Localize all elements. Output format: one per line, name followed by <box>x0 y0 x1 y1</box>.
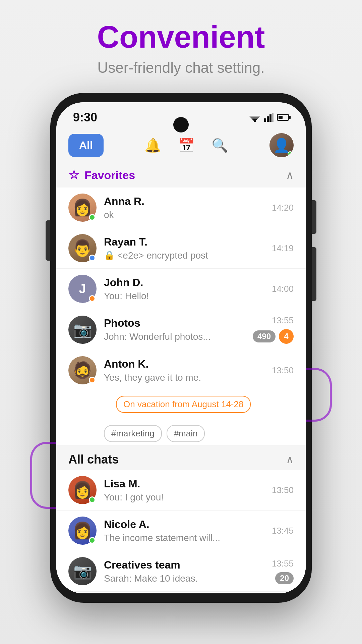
svg-rect-4 <box>264 118 266 122</box>
chat-meta-rayan: 14:19 <box>272 243 294 254</box>
status-icons <box>249 113 289 122</box>
online-indicator-rayan <box>89 255 96 261</box>
online-indicator-lisa <box>89 496 96 503</box>
power-button <box>312 200 316 234</box>
avatar-wrap-rayan: 👨 <box>68 234 97 262</box>
chat-meta-creatives: 13:55 20 <box>272 558 294 584</box>
chat-name-photos: Photos <box>104 317 245 329</box>
favorites-title: ☆ Favorites <box>68 168 135 182</box>
chat-name-anna: Anna R. <box>104 195 264 208</box>
chat-info-nicole: Nicole A. The income statement will... <box>104 518 264 543</box>
avatar-wrap-photos: 📷 <box>68 316 97 344</box>
favorites-collapse-icon[interactable]: ∧ <box>286 169 294 181</box>
chat-item-lisa[interactable]: 👩 Lisa M. You: I got you! 13:50 <box>56 470 306 511</box>
all-chats-section-header: All chats ∧ <box>56 446 306 470</box>
chat-time-anton: 13:50 <box>272 365 294 376</box>
online-indicator-anton <box>89 377 96 383</box>
chat-time-creatives: 13:55 <box>272 558 294 569</box>
avatar-wrap-lisa: 👩 <box>68 476 97 504</box>
page-title: Convenient <box>97 20 265 54</box>
chat-preview-nicole: The income statement will... <box>104 533 264 543</box>
chat-info-john: John D. You: Hello! <box>104 276 264 302</box>
volume-button <box>46 220 50 261</box>
chat-time-john: 14:00 <box>272 284 294 294</box>
avatar-wrap-creatives: 📷 <box>68 557 97 585</box>
chat-meta-john: 14:00 <box>272 284 294 294</box>
avatar-wrap-john: J <box>68 275 97 303</box>
chat-info-lisa: Lisa M. You: I got you! <box>104 478 264 503</box>
chat-meta-anna: 14:20 <box>272 203 294 213</box>
svg-rect-7 <box>272 113 274 122</box>
chat-name-john: John D. <box>104 276 264 289</box>
chat-item-working[interactable]: 🏙️ Working Anna: @Karla_bernard 13:55 1 <box>56 592 306 593</box>
hashtag-main[interactable]: #main <box>167 425 205 442</box>
chat-preview-anna: ok <box>104 210 264 220</box>
lock-icon: 🔒 <box>104 250 115 261</box>
battery-icon <box>277 114 289 121</box>
badge-photos-count: 490 <box>253 330 276 342</box>
chat-info-anna: Anna R. ok <box>104 195 264 220</box>
chat-meta-photos: 13:55 490 4 <box>253 315 294 344</box>
calendar-icon[interactable]: 📅 <box>178 138 195 153</box>
avatar-creatives: 📷 <box>68 557 97 585</box>
top-nav: All 🔔 📅 🔍 👤 <box>56 129 306 161</box>
online-indicator-john <box>89 295 96 302</box>
chat-info-rayan: Rayan T. 🔒 <e2e> encrypted post <box>104 236 264 261</box>
chat-item-creatives[interactable]: 📷 Creatives team Sarah: Make 10 ideas. 1… <box>56 551 306 592</box>
wifi-icon <box>249 113 261 122</box>
svg-rect-5 <box>267 116 269 122</box>
avatar-wrap-nicole: 👩 <box>68 517 97 545</box>
phone-mockup: 9:30 <box>50 93 312 603</box>
chat-preview-creatives: Sarah: Make 10 ideas. <box>104 573 264 584</box>
avatar-wrap-anton: 🧔 <box>68 356 97 384</box>
chat-time-lisa: 13:50 <box>272 485 294 495</box>
chat-time-rayan: 14:19 <box>272 243 294 254</box>
online-indicator-anna <box>89 214 96 221</box>
chat-info-anton: Anton K. Yes, they gave it to me. <box>104 358 264 383</box>
status-time: 9:30 <box>73 110 97 124</box>
badge-photos-new: 4 <box>279 329 294 344</box>
chat-name-creatives: Creatives team <box>104 559 264 571</box>
nav-icons: 🔔 📅 🔍 <box>104 138 269 153</box>
phone-screen: 9:30 <box>56 102 306 593</box>
chat-preview-john: You: Hello! <box>104 291 264 302</box>
chat-item-john[interactable]: J John D. You: Hello! 14:00 <box>56 269 306 309</box>
chat-time-nicole: 13:45 <box>272 526 294 536</box>
chat-item-anton[interactable]: 🧔 Anton K. Yes, they gave it to me. 13:5… <box>56 350 306 446</box>
search-icon[interactable]: 🔍 <box>212 138 228 153</box>
chat-preview-photos: John: Wonderful photos... <box>104 331 245 342</box>
page-subtitle: User-friendly chat setting. <box>97 59 265 76</box>
svg-rect-6 <box>269 114 272 122</box>
all-filter-button[interactable]: All <box>68 134 104 157</box>
avatar-wrap-anna: 👩 <box>68 194 97 222</box>
vacation-tag: On vacation from August 14-28 <box>116 396 251 413</box>
chat-time-photos: 13:55 <box>272 315 294 326</box>
badge-creatives: 20 <box>275 572 294 584</box>
all-chats-title: All chats <box>68 452 119 467</box>
chat-item-anna[interactable]: 👩 Anna R. ok 14:20 <box>56 187 306 228</box>
chat-preview-lisa: You: I got you! <box>104 492 264 503</box>
chat-item-rayan[interactable]: 👨 Rayan T. 🔒 <e2e> encrypted post 14:19 <box>56 228 306 269</box>
bell-icon[interactable]: 🔔 <box>144 138 161 153</box>
chat-meta-nicole: 13:45 <box>272 526 294 536</box>
hashtag-marketing[interactable]: #marketing <box>104 425 162 442</box>
phone-body: 9:30 <box>50 93 312 603</box>
chat-name-anton: Anton K. <box>104 358 264 370</box>
volume-right-button <box>312 247 316 301</box>
star-icon: ☆ <box>68 168 79 182</box>
camera-notch <box>173 117 189 132</box>
chat-preview-rayan: 🔒 <e2e> encrypted post <box>104 250 264 261</box>
chat-item-nicole[interactable]: 👩 Nicole A. The income statement will...… <box>56 511 306 551</box>
all-chats-collapse-icon[interactable]: ∧ <box>286 453 294 466</box>
chat-preview-anton: Yes, they gave it to me. <box>104 372 264 383</box>
chat-time-anna: 14:20 <box>272 203 294 213</box>
chat-name-lisa: Lisa M. <box>104 478 264 490</box>
user-avatar[interactable]: 👤 <box>269 133 294 157</box>
chat-item-photos[interactable]: 📷 Photos John: Wonderful photos... 13:55… <box>56 309 306 350</box>
chat-name-nicole: Nicole A. <box>104 518 264 531</box>
signal-icon <box>264 113 274 122</box>
chat-info-photos: Photos John: Wonderful photos... <box>104 317 245 342</box>
user-online-indicator <box>288 151 293 157</box>
avatar-photos: 📷 <box>68 316 97 344</box>
chat-meta-anton: 13:50 <box>272 365 294 376</box>
